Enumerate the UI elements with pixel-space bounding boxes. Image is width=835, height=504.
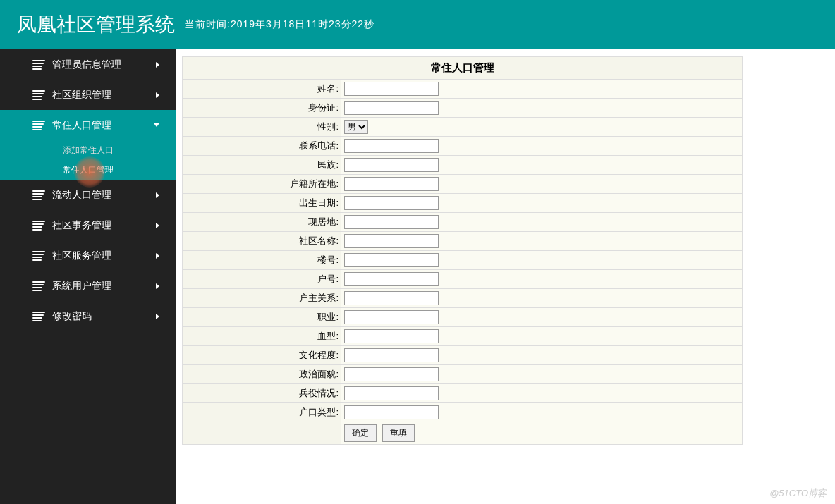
text-input[interactable]	[344, 386, 439, 400]
field-label: 户号:	[183, 270, 341, 289]
field-input-cell: 男	[341, 118, 743, 137]
menu-icon	[32, 281, 45, 291]
field-label: 联系电话:	[183, 137, 341, 156]
form-row: 姓名:	[183, 80, 743, 99]
field-input-cell	[341, 99, 743, 118]
chevron-right-icon	[156, 314, 159, 319]
field-label: 政治面貌:	[183, 365, 341, 384]
sidebar-item-admin-info[interactable]: 管理员信息管理	[0, 49, 176, 80]
field-label: 职业:	[183, 308, 341, 327]
form-row: 政治面貌:	[183, 365, 743, 384]
text-input[interactable]	[344, 215, 439, 229]
text-input[interactable]	[344, 272, 439, 286]
header: 凤凰社区管理系统 当前时间:2019年3月18日11时23分22秒	[0, 0, 835, 49]
chevron-right-icon	[156, 253, 159, 259]
field-input-cell	[341, 137, 743, 156]
text-input[interactable]	[344, 101, 439, 115]
menu-icon	[32, 60, 45, 70]
field-label: 户籍所在地:	[183, 175, 341, 194]
menu-icon	[32, 190, 45, 200]
form-row: 出生日期:	[183, 194, 743, 213]
field-input-cell	[341, 80, 743, 99]
text-input[interactable]	[344, 158, 439, 172]
field-input-cell	[341, 346, 743, 365]
form-row: 性别:男	[183, 118, 743, 137]
form-title: 常住人口管理	[183, 57, 743, 80]
text-input[interactable]	[344, 177, 439, 191]
form-row: 户主关系:	[183, 289, 743, 308]
form-row: 户号:	[183, 270, 743, 289]
form-table: 常住人口管理 姓名:身份证:性别:男联系电话:民族:户籍所在地:出生日期:现居地…	[182, 56, 743, 445]
text-input[interactable]	[344, 405, 439, 419]
field-label: 楼号:	[183, 251, 341, 270]
sidebar-item-system-user[interactable]: 系统用户管理	[0, 271, 176, 301]
watermark: @51CTO博客	[769, 487, 827, 500]
field-input-cell	[341, 156, 743, 175]
field-label: 文化程度:	[183, 346, 341, 365]
field-label: 性别:	[183, 118, 341, 137]
sidebar-item-resident[interactable]: 常住人口管理	[0, 110, 176, 140]
field-input-cell	[341, 289, 743, 308]
sidebar-item-floating-pop[interactable]: 流动人口管理	[0, 180, 176, 210]
field-input-cell	[341, 251, 743, 270]
menu-icon	[32, 121, 45, 130]
chevron-right-icon	[156, 62, 159, 68]
sidebar-item-community-affairs[interactable]: 社区事务管理	[0, 210, 176, 240]
form-row: 身份证:	[183, 99, 743, 118]
field-label: 民族:	[183, 156, 341, 175]
field-input-cell	[341, 232, 743, 251]
text-input[interactable]	[344, 348, 439, 362]
field-input-cell	[341, 270, 743, 289]
field-label: 兵役情况:	[183, 384, 341, 403]
gender-select[interactable]: 男	[344, 120, 368, 134]
form-row: 职业:	[183, 308, 743, 327]
form-row: 血型:	[183, 327, 743, 346]
form-row: 户口类型:	[183, 403, 743, 422]
form-row: 兵役情况:	[183, 384, 743, 403]
submit-button[interactable]: 确定	[344, 424, 377, 442]
main-content: 常住人口管理 姓名:身份证:性别:男联系电话:民族:户籍所在地:出生日期:现居地…	[176, 49, 835, 504]
form-row: 社区名称:	[183, 232, 743, 251]
sidebar-item-community-service[interactable]: 社区服务管理	[0, 240, 176, 271]
form-row: 户籍所在地:	[183, 175, 743, 194]
field-input-cell	[341, 403, 743, 422]
field-input-cell	[341, 194, 743, 213]
sidebar: 管理员信息管理 社区组织管理 常住人口管理 添加常住人口 常住人口管理 流动人口…	[0, 49, 176, 504]
menu-icon	[32, 312, 45, 321]
sidebar-item-change-password[interactable]: 修改密码	[0, 301, 176, 331]
field-label: 血型:	[183, 327, 341, 346]
text-input[interactable]	[344, 310, 439, 324]
field-input-cell	[341, 175, 743, 194]
text-input[interactable]	[344, 367, 439, 381]
text-input[interactable]	[344, 329, 439, 343]
menu-icon	[32, 251, 45, 261]
chevron-right-icon	[156, 223, 159, 228]
chevron-right-icon	[156, 92, 159, 98]
field-input-cell	[341, 308, 743, 327]
submenu-add-resident[interactable]: 添加常住人口	[0, 140, 176, 160]
field-label: 现居地:	[183, 213, 341, 232]
text-input[interactable]	[344, 253, 439, 267]
text-input[interactable]	[344, 234, 439, 248]
field-label: 身份证:	[183, 99, 341, 118]
current-time: 当前时间:2019年3月18日11时23分22秒	[185, 18, 374, 31]
form-row: 文化程度:	[183, 346, 743, 365]
reset-button[interactable]: 重填	[382, 424, 415, 442]
text-input[interactable]	[344, 196, 439, 210]
field-label: 户主关系:	[183, 289, 341, 308]
field-label: 出生日期:	[183, 194, 341, 213]
chevron-right-icon	[156, 192, 159, 198]
sidebar-item-community-org[interactable]: 社区组织管理	[0, 80, 176, 110]
field-input-cell	[341, 365, 743, 384]
chevron-down-icon	[154, 123, 159, 127]
field-input-cell	[341, 213, 743, 232]
form-row: 民族:	[183, 156, 743, 175]
submenu-manage-resident[interactable]: 常住人口管理	[0, 160, 176, 180]
menu-icon	[32, 221, 45, 231]
text-input[interactable]	[344, 82, 439, 96]
field-label: 社区名称:	[183, 232, 341, 251]
text-input[interactable]	[344, 291, 439, 305]
chevron-right-icon	[156, 283, 159, 289]
field-label: 姓名:	[183, 80, 341, 99]
text-input[interactable]	[344, 139, 439, 153]
